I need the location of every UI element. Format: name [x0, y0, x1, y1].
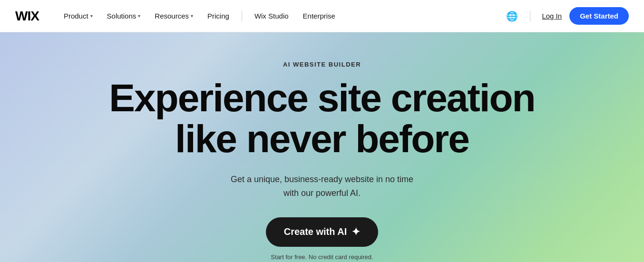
nav-item-solutions[interactable]: Solutions ▾ [101, 8, 146, 24]
hero-eyebrow: AI WEBSITE BUILDER [283, 61, 361, 68]
navbar-right: 🌐 Log In Get Started [505, 7, 629, 25]
chevron-down-icon: ▾ [138, 13, 140, 19]
navbar: WIX Product ▾ Solutions ▾ Resources ▾ Pr… [0, 0, 644, 32]
sparkle-icon: ✦ [351, 226, 360, 238]
nav-item-resources[interactable]: Resources ▾ [149, 8, 199, 24]
nav-divider [242, 10, 242, 22]
nav-item-product[interactable]: Product ▾ [58, 8, 98, 24]
nav-menu: Product ▾ Solutions ▾ Resources ▾ Pricin… [58, 8, 506, 24]
hero-headline: Experience site creation like never befo… [109, 78, 535, 159]
hero-footnote: Start for free. No credit card required. [271, 253, 373, 261]
wix-logo[interactable]: WIX [15, 9, 39, 24]
chevron-down-icon: ▾ [191, 13, 193, 19]
nav-right-divider [530, 10, 530, 22]
chevron-down-icon: ▾ [90, 13, 93, 19]
hero-section: AI WEBSITE BUILDER Experience site creat… [0, 32, 644, 262]
nav-item-pricing[interactable]: Pricing [202, 8, 235, 24]
get-started-button[interactable]: Get Started [569, 7, 629, 25]
login-button[interactable]: Log In [542, 12, 562, 20]
hero-subheadline: Get a unique, business-ready website in … [222, 173, 422, 200]
create-with-ai-button[interactable]: Create with AI ✦ [266, 217, 379, 247]
nav-item-wix-studio[interactable]: Wix Studio [249, 8, 294, 24]
globe-icon[interactable]: 🌐 [505, 10, 518, 23]
nav-item-enterprise[interactable]: Enterprise [297, 8, 341, 24]
